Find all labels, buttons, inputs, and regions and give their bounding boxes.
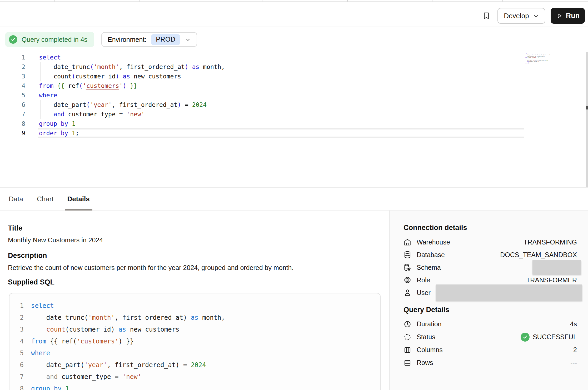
line-number: 5 <box>12 91 25 100</box>
detail-value: TRANSFORMER <box>526 276 577 284</box>
detail-value: DOCS_TEAM_SANDBOX <box>500 251 577 259</box>
details-side-panel: Connection details WarehouseTRANSFORMING… <box>389 211 588 390</box>
chevron-down-icon <box>533 13 539 19</box>
tab-divider <box>139 0 139 2</box>
title-text: Monthly New Customers in 2024 <box>8 236 103 244</box>
role-icon <box>403 276 411 284</box>
run-button[interactable]: Run <box>551 8 585 24</box>
detail-row-status: StatusSUCCESSFUL <box>403 331 577 343</box>
top-tab-strip <box>0 0 588 2</box>
detail-value: SUCCESSFUL <box>521 333 577 342</box>
results-tabbar: DataChartDetails <box>0 187 588 211</box>
editor-code[interactable]: 1select2 date_trunc('month', first_order… <box>12 53 225 138</box>
detail-row-warehouse: WarehouseTRANSFORMING <box>403 236 577 248</box>
minimap-code: select date_trunc('month', first_ordered… <box>525 53 557 65</box>
database-icon <box>403 251 411 259</box>
code-line: 7 and customer_type = 'new' <box>9 371 225 383</box>
tab-data[interactable]: Data <box>9 188 23 210</box>
tab-chart[interactable]: Chart <box>37 188 54 210</box>
user-icon <box>403 289 411 297</box>
line-number: 4 <box>12 81 25 91</box>
run-button-label: Run <box>566 12 580 20</box>
query-status-badge: Query completed in 4s <box>5 32 94 47</box>
line-number: 4 <box>9 336 24 347</box>
detail-value <box>532 260 577 274</box>
environment-dropdown[interactable]: Environment: PROD <box>101 32 197 47</box>
play-icon <box>556 12 563 19</box>
line-number: 3 <box>12 72 25 81</box>
code-line: 3 count(customer_id) as new_customers <box>9 324 225 336</box>
code-line: 6 date_part('year', first_ordered_at) = … <box>9 359 225 371</box>
tab-divider <box>262 0 262 2</box>
tab-divider <box>432 0 432 2</box>
success-check-icon <box>521 333 530 342</box>
warehouse-icon <box>403 238 411 246</box>
detail-value <box>436 284 577 301</box>
code-line: 9order by 1; <box>12 128 225 138</box>
chevron-down-icon <box>185 37 191 43</box>
detail-value: TRANSFORMING <box>524 238 577 246</box>
columns-icon <box>403 346 411 354</box>
duration-icon <box>403 320 411 328</box>
environment-label: Environment: <box>108 36 146 43</box>
code-line: 5where <box>9 347 225 359</box>
query-details-heading: Query Details <box>403 306 449 314</box>
line-number: 6 <box>9 359 24 371</box>
connection-details-heading: Connection details <box>403 224 467 232</box>
editor-scrollbar[interactable] <box>586 52 588 195</box>
code-line: 4from {{ ref('customers') }} <box>12 81 225 91</box>
connection-details-rows: WarehouseTRANSFORMINGDatabaseDOCS_TEAM_S… <box>403 236 577 299</box>
sql-editor[interactable]: 1select2 date_trunc('month', first_order… <box>0 51 588 187</box>
develop-button-label: Develop <box>504 12 529 20</box>
line-number: 7 <box>12 109 25 119</box>
detail-value: --- <box>570 359 577 367</box>
tab-divider <box>566 0 566 2</box>
tab-details[interactable]: Details <box>67 188 90 210</box>
line-number: 7 <box>9 371 24 383</box>
detail-row-duration: Duration4s <box>403 318 577 331</box>
detail-label: User <box>417 289 431 297</box>
detail-row-database: DatabaseDOCS_TEAM_SANDBOX <box>403 248 577 261</box>
code-line: 8group by 1 <box>12 119 225 128</box>
detail-label: Schema <box>417 264 441 271</box>
code-line: 4from {{ ref('customers') }} <box>9 336 225 347</box>
detail-label: Warehouse <box>417 238 450 246</box>
line-number: 9 <box>12 128 25 138</box>
tab-divider <box>54 0 55 2</box>
line-number: 3 <box>9 324 24 336</box>
bookmark-icon[interactable] <box>482 12 491 21</box>
supplied-sql-card: 1select2 date_trunc('month', first_order… <box>9 293 381 390</box>
code-line: 2 date_trunc('month', first_ordered_at) … <box>9 312 225 324</box>
code-line: 7 and customer_type = 'new' <box>12 109 225 119</box>
detail-value: 2 <box>573 346 577 354</box>
query-details-rows: Duration4sStatusSUCCESSFULColumns2Rows--… <box>403 318 577 369</box>
detail-row-user: User <box>403 286 577 299</box>
code-line: 8group by 1 <box>9 383 225 390</box>
detail-label: Database <box>417 251 445 259</box>
detail-label: Duration <box>417 320 442 328</box>
line-number: 5 <box>9 347 24 359</box>
code-line: 1select <box>12 53 225 62</box>
code-line: 3 count(customer_id) as new_customers <box>12 72 225 81</box>
scrollbar-thumb[interactable] <box>586 106 588 109</box>
detail-row-rows: Rows--- <box>403 356 577 369</box>
redacted-value <box>436 284 582 301</box>
detail-label: Rows <box>417 359 433 367</box>
code-line: 1select <box>9 300 225 312</box>
detail-label: Columns <box>417 346 443 354</box>
app-window: Develop Run Query completed in 4s Enviro… <box>0 0 588 390</box>
detail-label: Role <box>417 276 430 284</box>
redacted-value <box>532 260 581 274</box>
title-heading: Title <box>8 224 22 232</box>
editor-minimap[interactable]: select date_trunc('month', first_ordered… <box>525 53 557 66</box>
description-text: Retrieve the count of new customers per … <box>8 264 293 272</box>
supplied-sql-code: 1select2 date_trunc('month', first_order… <box>9 300 225 390</box>
develop-button[interactable]: Develop <box>497 8 545 24</box>
query-status-text: Query completed in 4s <box>22 36 87 43</box>
environment-value-pill: PROD <box>151 34 180 45</box>
code-line: 2 date_trunc('month', first_ordered_at) … <box>12 62 225 72</box>
line-number: 1 <box>9 300 24 312</box>
line-number: 2 <box>12 62 25 72</box>
line-number: 6 <box>12 100 25 109</box>
detail-row-schema: Schema <box>403 261 577 274</box>
